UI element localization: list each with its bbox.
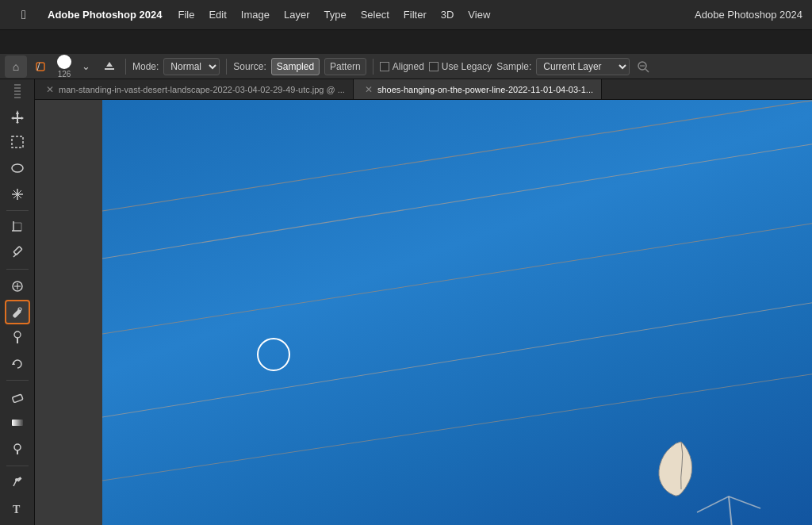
svg-rect-18: [13, 247, 22, 255]
menu-edit[interactable]: Edit: [209, 9, 226, 21]
separator-pen: [6, 466, 29, 466]
svg-rect-2: [105, 68, 114, 70]
tool-pen[interactable]: [5, 470, 30, 495]
sample-all-layers-icon[interactable]: [634, 58, 652, 75]
svg-rect-28: [12, 394, 23, 403]
use-legacy-label: Use Legacy: [442, 61, 492, 72]
toolbar-collapse-handle[interactable]: [14, 84, 21, 99]
tool-history-brush[interactable]: [5, 352, 30, 377]
svg-point-25: [14, 331, 21, 338]
svg-marker-7: [11, 110, 24, 124]
pattern-button[interactable]: Pattern: [324, 58, 366, 75]
titlebar-app-name: Adobe Photoshop 2024: [695, 9, 812, 21]
separator-crop: [6, 210, 29, 211]
mode-label: Mode:: [132, 61, 159, 72]
tool-type[interactable]: T: [5, 496, 30, 520]
apple-logo-icon: : [0, 8, 48, 22]
use-legacy-group: Use Legacy: [429, 61, 492, 72]
tool-preset-picker[interactable]: [32, 56, 52, 77]
separator-healing: [6, 269, 29, 270]
tabs-row: ✕ man-standing-in-vast-desert-landscape-…: [35, 79, 812, 100]
tool-move[interactable]: [5, 104, 30, 128]
shoe-object: [653, 438, 709, 509]
svg-line-1: [37, 63, 40, 71]
svg-rect-29: [12, 420, 23, 426]
tool-clone-stamp[interactable]: [5, 326, 30, 351]
menu-image[interactable]: Image: [241, 9, 270, 21]
separator-3: [373, 59, 373, 75]
svg-line-35: [102, 144, 812, 259]
menu-3d[interactable]: 3D: [441, 9, 454, 21]
menu-type[interactable]: Type: [324, 9, 347, 21]
tab-0[interactable]: ✕ man-standing-in-vast-desert-landscape-…: [35, 79, 354, 99]
tool-gradient[interactable]: [5, 411, 30, 435]
aligned-checkbox[interactable]: [380, 62, 389, 71]
tab-0-close[interactable]: ✕: [46, 84, 54, 95]
options-bar: ⌂ 126 ⌄ Mode: Normal Multiply Screen Sou…: [0, 54, 812, 79]
tab-0-label: man-standing-in-vast-desert-landscape-20…: [59, 85, 345, 94]
svg-rect-23: [12, 308, 21, 318]
svg-line-36: [102, 223, 812, 334]
brush-preset-picker[interactable]: 126: [57, 55, 71, 79]
upload-icon[interactable]: [100, 57, 119, 76]
use-legacy-checkbox[interactable]: [429, 62, 439, 71]
menu-items: File Edit Image Layer Type Select Filter…: [178, 9, 490, 21]
menu-file[interactable]: File: [178, 9, 194, 21]
tool-dodge[interactable]: [5, 437, 30, 462]
svg-line-5: [645, 69, 649, 72]
aligned-label: Aligned: [393, 61, 424, 72]
separator-2: [226, 59, 227, 75]
svg-marker-3: [106, 62, 113, 67]
aligned-group: Aligned: [380, 61, 424, 72]
tool-eyedropper[interactable]: [5, 241, 30, 266]
svg-line-37: [102, 302, 812, 417]
toolbar: T: [0, 79, 35, 525]
menu-layer[interactable]: Layer: [284, 9, 310, 21]
mode-select[interactable]: Normal Multiply Screen: [163, 58, 220, 75]
separator-1: [125, 59, 126, 75]
tab-1-close[interactable]: ✕: [365, 84, 373, 95]
tab-1-label: shoes-hanging-on-the-power-line-2022-11-…: [377, 85, 593, 94]
sample-select[interactable]: Current Layer All Layers Current & Below: [536, 58, 630, 75]
sampled-button[interactable]: Sampled: [271, 58, 320, 75]
svg-point-9: [12, 164, 23, 172]
svg-text:T: T: [13, 504, 21, 515]
svg-line-41: [729, 496, 760, 508]
tool-spot-healing[interactable]: [5, 274, 30, 298]
menu-select[interactable]: Select: [361, 9, 389, 21]
menu-view[interactable]: View: [468, 9, 490, 21]
sample-label: Sample:: [496, 61, 531, 72]
app-name: Adobe Photoshop 2024: [48, 9, 162, 21]
svg-point-32: [15, 478, 18, 481]
separator-eraser: [6, 380, 29, 381]
tool-crop[interactable]: [5, 215, 30, 240]
svg-point-30: [14, 444, 21, 450]
tool-lasso[interactable]: [5, 156, 30, 181]
source-label: Source:: [233, 61, 266, 72]
canvas-left-strip: [35, 100, 102, 525]
photo-canvas[interactable]: [102, 100, 812, 525]
menu-bar:  Adobe Photoshop 2024 File Edit Image L…: [0, 0, 812, 30]
tool-marquee[interactable]: [5, 130, 30, 155]
tool-healing-brush[interactable]: [5, 300, 30, 324]
canvas-area: [35, 100, 812, 525]
menu-filter[interactable]: Filter: [404, 9, 427, 21]
svg-rect-8: [12, 136, 23, 148]
svg-line-34: [102, 100, 812, 211]
tool-eraser[interactable]: [5, 385, 30, 409]
brush-settings-icon[interactable]: ⌄: [76, 57, 95, 76]
tab-1[interactable]: ✕ shoes-hanging-on-the-power-line-2022-1…: [354, 79, 602, 99]
tool-magic-wand[interactable]: [5, 182, 30, 206]
home-button[interactable]: ⌂: [5, 56, 27, 78]
